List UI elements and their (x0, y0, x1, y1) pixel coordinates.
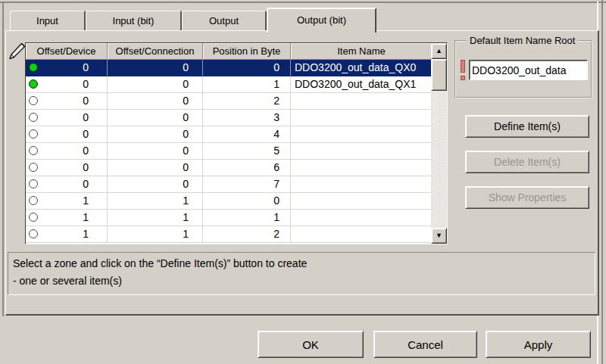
position-in-byte-cell: 3 (203, 110, 291, 126)
item-name-cell (291, 143, 432, 160)
empty-item-indicator-icon (29, 113, 38, 122)
default-item-name-root-group: Default Item Name Root (454, 40, 592, 98)
empty-item-indicator-icon (29, 196, 38, 205)
grid-header-row: Offset/DeviceOffset/ConnectionPosition i… (26, 43, 447, 60)
column-header-position-in-byte: Position in Byte (203, 43, 291, 60)
item-name-cell (291, 176, 432, 193)
tab-output-bit[interactable]: Output (bit) (267, 8, 376, 33)
grid-row[interactable]: 004 (26, 126, 432, 143)
position-in-byte-cell: 0 (203, 60, 291, 76)
offset-connection-cell: 0 (108, 76, 203, 93)
offset-connection-cell: 1 (108, 210, 203, 226)
window-frame-top (0, 2, 606, 3)
grid-row[interactable]: 111 (26, 210, 432, 226)
offset-connection-cell: 1 (108, 226, 203, 243)
empty-item-indicator-icon (29, 146, 38, 155)
column-header-offset-connection: Offset/Connection (108, 43, 203, 60)
ok-button[interactable]: OK (258, 331, 364, 358)
delete-items-button: Delete Item(s) (465, 151, 589, 173)
empty-item-indicator-icon (29, 179, 38, 188)
offset-device-cell: 1 (26, 193, 108, 210)
grid-row[interactable]: 005 (26, 143, 432, 160)
offset-device-cell: 0 (26, 176, 108, 193)
offset-device-cell: 0 (26, 76, 108, 93)
tab-bar: InputInput (bit)OutputOutput (bit) (10, 11, 376, 30)
show-properties-button: Show Properties (465, 186, 589, 209)
position-in-byte-cell: 4 (203, 126, 291, 143)
grid-row[interactable]: 003 (26, 110, 432, 126)
tab-output[interactable]: Output (182, 11, 267, 30)
position-in-byte-cell: 0 (203, 193, 291, 210)
item-name-cell (291, 226, 432, 243)
apply-button[interactable]: Apply (486, 331, 591, 358)
position-in-byte-cell: 6 (203, 160, 291, 176)
default-item-name-root-input[interactable] (469, 60, 588, 80)
offset-connection-cell: 0 (108, 126, 203, 143)
grid-row[interactable]: 006 (26, 160, 432, 176)
scrollbar-thumb[interactable] (431, 59, 447, 91)
scroll-up-icon: ▲ (436, 47, 442, 54)
item-name-cell: DDO3200_out_data_QX0 (291, 60, 432, 76)
offset-device-cell: 1 (26, 210, 108, 226)
empty-item-indicator-icon (29, 163, 38, 172)
io-mapping-dialog: InputInput (bit)OutputOutput (bit) Offse… (0, 0, 606, 364)
scroll-down-button[interactable]: ▼ (431, 228, 447, 244)
grid-body: 000DDO3200_out_data_QX0001DDO3200_out_da… (26, 60, 432, 243)
scroll-down-icon: ▼ (436, 232, 442, 239)
position-in-byte-cell: 1 (203, 76, 291, 93)
exclamation-icon (459, 60, 467, 81)
tab-input-bit[interactable]: Input (bit) (86, 11, 182, 30)
item-name-cell (291, 210, 432, 226)
defined-item-indicator-icon (29, 79, 38, 89)
item-name-cell (291, 110, 432, 126)
offset-connection-cell: 0 (108, 110, 203, 126)
column-header-item-name: Item Name (291, 43, 433, 60)
offset-connection-cell: 0 (108, 176, 203, 193)
item-grid: Offset/DeviceOffset/ConnectionPosition i… (25, 42, 448, 244)
position-in-byte-cell: 2 (203, 93, 291, 110)
tab-input[interactable]: Input (10, 11, 86, 30)
offset-device-cell: 0 (26, 60, 108, 76)
position-in-byte-cell: 1 (203, 210, 291, 226)
item-name-cell (291, 93, 432, 110)
offset-device-cell: 0 (26, 126, 108, 143)
grid-row[interactable]: 002 (26, 93, 432, 110)
empty-item-indicator-icon (29, 213, 38, 222)
empty-item-indicator-icon (29, 229, 38, 238)
offset-device-cell: 0 (26, 110, 108, 126)
empty-item-indicator-icon (29, 96, 38, 105)
defined-item-indicator-icon (29, 63, 38, 72)
output-bit-tab-page: Offset/DeviceOffset/ConnectionPosition i… (5, 30, 599, 316)
hint-line-2: - one or several item(s) (13, 272, 590, 290)
grid-row[interactable]: 001DDO3200_out_data_QX1 (26, 76, 432, 93)
window-frame-right (601, 0, 603, 364)
cancel-button[interactable]: Cancel (373, 331, 477, 358)
offset-connection-cell: 0 (108, 160, 203, 176)
offset-device-cell: 0 (26, 93, 108, 110)
hint-message-box: Select a zone and click on the “Define I… (8, 252, 595, 295)
offset-device-cell: 1 (26, 226, 108, 243)
grid-vertical-scrollbar[interactable]: ▲ ▼ (431, 43, 447, 244)
position-in-byte-cell: 2 (203, 226, 291, 243)
grid-row[interactable]: 110 (26, 193, 432, 210)
offset-device-cell: 0 (26, 143, 108, 160)
item-name-cell (291, 160, 432, 176)
grid-row[interactable]: 000DDO3200_out_data_QX0 (26, 60, 432, 76)
offset-connection-cell: 1 (108, 193, 203, 210)
offset-device-cell: 0 (26, 160, 108, 176)
grid-row[interactable]: 007 (26, 176, 432, 193)
column-header-offset-device: Offset/Device (26, 43, 108, 60)
define-items-button[interactable]: Define Item(s) (465, 115, 589, 138)
pencil-icon (8, 42, 27, 60)
item-name-cell: DDO3200_out_data_QX1 (291, 76, 432, 93)
offset-connection-cell: 0 (108, 60, 203, 76)
item-name-cell (291, 126, 432, 143)
hint-line-1: Select a zone and click on the “Define I… (13, 255, 590, 272)
grid-row[interactable]: 112 (26, 226, 432, 243)
scroll-up-button[interactable]: ▲ (431, 43, 447, 59)
offset-connection-cell: 0 (108, 143, 203, 160)
group-label: Default Item Name Root (467, 35, 578, 46)
position-in-byte-cell: 7 (203, 176, 291, 193)
position-in-byte-cell: 5 (203, 143, 291, 160)
window-frame-left (2, 2, 4, 316)
